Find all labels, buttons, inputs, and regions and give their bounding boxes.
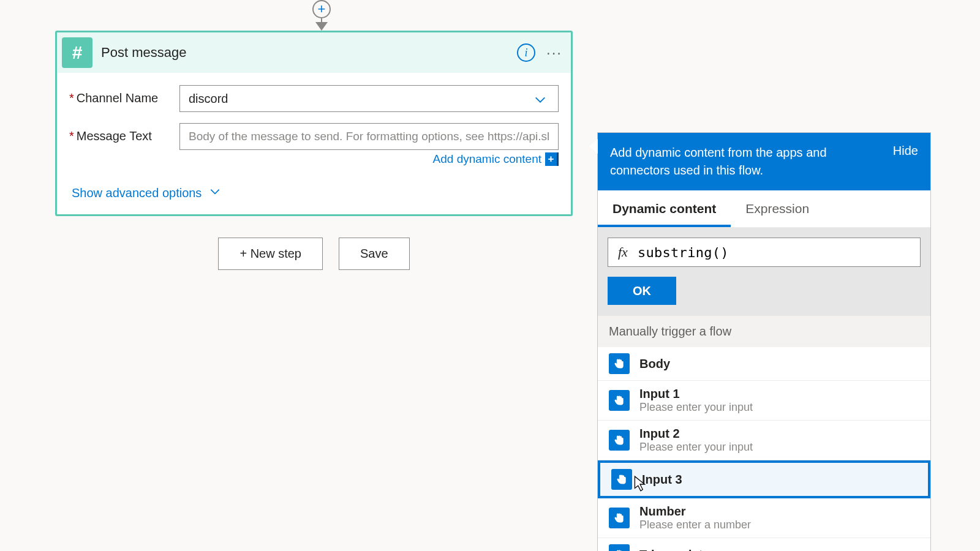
channel-name-select[interactable]: discord xyxy=(179,85,559,112)
dc-item-description: Please enter your input xyxy=(639,441,753,454)
dc-item-description: Please enter your input xyxy=(639,401,753,414)
dc-item-title: Number xyxy=(639,504,751,519)
dynamic-content-item[interactable]: Input 1Please enter your input xyxy=(598,381,930,421)
action-card-post-message: # Post message i ··· *Channel Name disco… xyxy=(55,31,573,216)
hide-panel-link[interactable]: Hide xyxy=(893,144,918,179)
expression-input-wrapper[interactable]: fx xyxy=(608,238,921,267)
add-dynamic-content-plus-icon[interactable]: + xyxy=(545,152,559,166)
panel-header-text: Add dynamic content from the apps and co… xyxy=(610,144,883,179)
ok-button[interactable]: OK xyxy=(608,277,676,305)
dc-item-title: Input 3 xyxy=(642,473,682,487)
insert-step-icon[interactable]: + xyxy=(312,0,331,18)
tab-expression[interactable]: Expression xyxy=(731,190,824,227)
dc-item-title: Body xyxy=(639,357,670,371)
trigger-icon xyxy=(611,469,632,490)
save-button[interactable]: Save xyxy=(339,238,410,270)
group-header-trigger: Manually trigger a flow xyxy=(598,316,930,347)
slack-hash-icon: # xyxy=(62,37,92,68)
new-step-button[interactable]: + New step xyxy=(218,238,323,270)
trigger-icon xyxy=(609,508,630,528)
dynamic-content-item[interactable]: NumberPlease enter a number xyxy=(598,498,930,538)
dynamic-content-item[interactable]: Body xyxy=(598,347,930,381)
chevron-down-icon xyxy=(533,93,547,110)
expression-input[interactable] xyxy=(638,245,920,260)
more-menu-icon[interactable]: ··· xyxy=(546,44,562,61)
dc-item-title: Trigger date xyxy=(639,548,709,552)
panel-callout-arrow xyxy=(589,139,598,154)
dc-item-title: Input 1 xyxy=(639,387,753,401)
card-header[interactable]: # Post message i ··· xyxy=(57,32,571,73)
chevron-down-icon xyxy=(209,186,221,201)
dynamic-content-list: BodyInput 1Please enter your inputInput … xyxy=(598,347,930,551)
show-advanced-options-link[interactable]: Show advanced options xyxy=(57,176,571,214)
card-title: Post message xyxy=(101,45,517,61)
message-text-label: *Message Text xyxy=(69,123,179,143)
message-text-input[interactable] xyxy=(179,123,559,150)
dc-item-title: Input 2 xyxy=(639,427,753,441)
add-dynamic-content-link[interactable]: Add dynamic content xyxy=(433,152,541,166)
channel-name-label: *Channel Name xyxy=(69,85,179,105)
channel-name-value: discord xyxy=(189,92,228,106)
trigger-icon xyxy=(609,430,630,451)
trigger-icon xyxy=(609,390,630,411)
panel-tabs: Dynamic content Expression xyxy=(598,190,930,228)
trigger-icon xyxy=(609,544,630,551)
flow-action-buttons: + New step Save xyxy=(55,238,573,270)
tab-dynamic-content[interactable]: Dynamic content xyxy=(598,190,731,227)
dynamic-content-item[interactable]: Trigger date xyxy=(598,538,930,551)
info-icon[interactable]: i xyxy=(517,43,535,62)
dc-item-description: Please enter a number xyxy=(639,519,751,531)
dynamic-content-item[interactable]: Input 3 xyxy=(598,460,930,498)
fx-icon: fx xyxy=(608,244,638,260)
dynamic-content-panel: Add dynamic content from the apps and co… xyxy=(597,132,931,551)
trigger-icon xyxy=(609,353,630,374)
step-connector: + xyxy=(312,0,331,31)
arrow-down-icon xyxy=(315,22,328,31)
dynamic-content-item[interactable]: Input 2Please enter your input xyxy=(598,421,930,460)
